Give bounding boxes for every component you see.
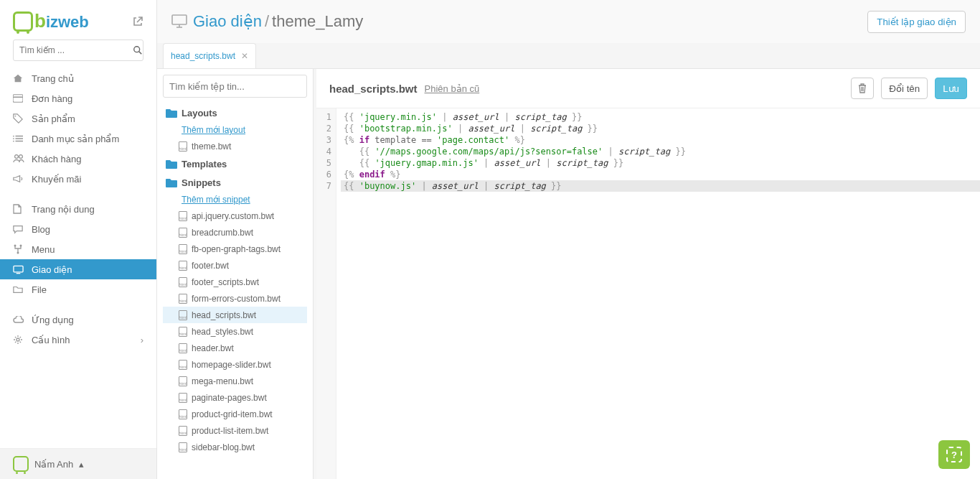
nav-ứng-dụng[interactable]: Ứng dụng <box>0 310 156 330</box>
doc-icon <box>13 204 32 214</box>
html-file-icon: html <box>179 310 187 320</box>
save-button[interactable]: Lưu <box>935 78 967 99</box>
file-head_scripts-bwt[interactable]: htmlhead_scripts.bwt <box>163 307 307 323</box>
file-label: footer_scripts.bwt <box>192 277 259 287</box>
nav-khuyến-mãi[interactable]: Khuyến mãi <box>0 169 156 189</box>
nav-menu[interactable]: Menu <box>0 239 156 259</box>
nav-label: Khách hàng <box>32 154 81 164</box>
file-product-grid-item-bwt[interactable]: htmlproduct-grid-item.bwt <box>163 406 307 422</box>
file-paginate-pages-bwt[interactable]: htmlpaginate-pages.bwt <box>163 389 307 406</box>
breadcrumb-root[interactable]: Giao diện <box>193 12 262 31</box>
tree-icon <box>13 244 32 254</box>
svg-point-15 <box>17 338 19 341</box>
gears-icon <box>13 335 32 345</box>
file-label: mega-menu.bwt <box>192 376 253 386</box>
svg-point-5 <box>13 136 14 137</box>
configure-theme-button[interactable]: Thiết lập giao diện <box>867 11 966 33</box>
nav-label: Cấu hình <box>32 335 70 345</box>
open-external-icon[interactable] <box>132 16 143 27</box>
file-api-jquery-custom-bwt[interactable]: htmlapi.jquery.custom.bwt <box>163 208 307 224</box>
file-fb-open-graph-tags-bwt[interactable]: htmlfb-open-graph-tags.bwt <box>163 241 307 257</box>
html-file-icon: html <box>179 409 187 419</box>
file-header-bwt[interactable]: htmlheader.bwt <box>163 340 307 356</box>
search-icon[interactable] <box>133 45 143 55</box>
breadcrumb-current: theme_Lamy <box>272 12 363 31</box>
trash-icon <box>857 83 867 93</box>
folder-icon <box>166 178 177 187</box>
nav-cấu-hình[interactable]: Cấu hình› <box>0 330 156 350</box>
rename-button[interactable]: Đổi tên <box>881 78 928 99</box>
html-file-icon: html <box>179 228 187 238</box>
old-version-link[interactable]: Phiên bản cũ <box>425 83 480 94</box>
file-label: homepage-slider.bwt <box>192 360 271 370</box>
help-icon: ? <box>946 447 962 462</box>
close-icon[interactable]: ✕ <box>241 51 248 61</box>
html-file-icon: html <box>179 327 187 337</box>
nav-blog[interactable]: Blog <box>0 219 156 239</box>
file-label: theme.bwt <box>192 141 231 152</box>
nav-label: Trang nội dung <box>32 204 95 215</box>
editor-file-title: head_scripts.bwt <box>329 83 418 95</box>
list-icon <box>13 134 32 143</box>
line-gutter: 1234567 <box>316 108 336 479</box>
folder-layouts[interactable]: Layouts <box>163 103 307 122</box>
nav-sản-phẩm[interactable]: Sản phẩm <box>0 108 156 129</box>
file-label: breadcrumb.bwt <box>192 228 253 238</box>
global-search[interactable] <box>13 39 143 61</box>
file-label: fb-open-graph-tags.bwt <box>192 244 281 254</box>
file-breadcrumb-bwt[interactable]: htmlbreadcrumb.bwt <box>163 224 307 241</box>
nav-khách-hàng[interactable]: Khách hàng <box>0 149 156 169</box>
nav-giao-diện[interactable]: Giao diện <box>0 259 156 279</box>
folder-snippets[interactable]: Snippets <box>163 173 307 192</box>
code-content[interactable]: {{ 'jquery.min.js' | asset_url | script_… <box>336 108 980 479</box>
svg-point-8 <box>15 155 19 159</box>
monitor-icon <box>171 14 187 29</box>
add-snippets-link[interactable]: Thêm mới snippet <box>163 192 307 208</box>
breadcrumb-sep: / <box>265 12 269 31</box>
delete-button[interactable] <box>851 78 874 99</box>
html-file-icon: html <box>179 376 187 386</box>
logo-text: izweb <box>46 13 89 32</box>
file-homepage-slider-bwt[interactable]: htmlhomepage-slider.bwt <box>163 356 307 373</box>
file-label: product-list-item.bwt <box>192 426 268 436</box>
nav-label: Sản phẩm <box>32 113 75 124</box>
html-file-icon: html <box>179 277 187 287</box>
chat-icon <box>13 225 32 234</box>
tab-head-scripts[interactable]: head_scripts.bwt ✕ <box>163 43 256 68</box>
folder-templates[interactable]: Templates <box>163 154 307 173</box>
file-footer_scripts-bwt[interactable]: htmlfooter_scripts.bwt <box>163 274 307 290</box>
svg-line-1 <box>139 52 142 55</box>
nav-danh-mục-sản-phẩm[interactable]: Danh mục sản phẩm <box>0 129 156 149</box>
tab-label: head_scripts.bwt <box>171 51 235 61</box>
folder-title: Layouts <box>182 108 217 118</box>
svg-point-7 <box>13 141 14 142</box>
logo[interactable]: bizweb <box>13 10 89 32</box>
file-search-input[interactable] <box>163 75 307 98</box>
nav-file[interactable]: File <box>0 279 156 299</box>
svg-point-6 <box>13 138 14 139</box>
nav-label: Ứng dụng <box>32 315 74 325</box>
users-icon <box>13 154 32 163</box>
nav: Trang chủĐơn hàngSản phẩmDanh mục sản ph… <box>0 68 156 448</box>
nav-trang-chủ[interactable]: Trang chủ <box>0 68 156 88</box>
file-product-list-item-bwt[interactable]: htmlproduct-list-item.bwt <box>163 422 307 439</box>
global-search-input[interactable] <box>14 45 133 55</box>
cloud-icon <box>13 316 32 324</box>
help-widget[interactable]: ? <box>938 440 970 469</box>
file-theme-bwt[interactable]: htmltheme.bwt <box>163 138 307 154</box>
html-file-icon: html <box>179 244 187 254</box>
svg-point-4 <box>15 116 17 117</box>
add-layouts-link[interactable]: Thêm mới layout <box>163 122 307 138</box>
file-head_styles-bwt[interactable]: htmlhead_styles.bwt <box>163 323 307 340</box>
nav-trang-nội-dung[interactable]: Trang nội dung <box>0 199 156 219</box>
file-sidebar-blog-bwt[interactable]: htmlsidebar-blog.bwt <box>163 439 307 455</box>
file-footer-bwt[interactable]: htmlfooter.bwt <box>163 257 307 274</box>
nav-label: Khuyến mãi <box>32 174 81 185</box>
file-form-errors-custom-bwt[interactable]: htmlform-errors-custom.bwt <box>163 290 307 307</box>
html-file-icon: html <box>179 360 187 370</box>
html-file-icon: html <box>179 442 187 452</box>
nav-đơn-hàng[interactable]: Đơn hàng <box>0 88 156 108</box>
file-label: footer.bwt <box>192 261 229 271</box>
file-mega-menu-bwt[interactable]: htmlmega-menu.bwt <box>163 373 307 389</box>
user-menu[interactable]: Nấm Anh ▴ <box>0 448 156 479</box>
